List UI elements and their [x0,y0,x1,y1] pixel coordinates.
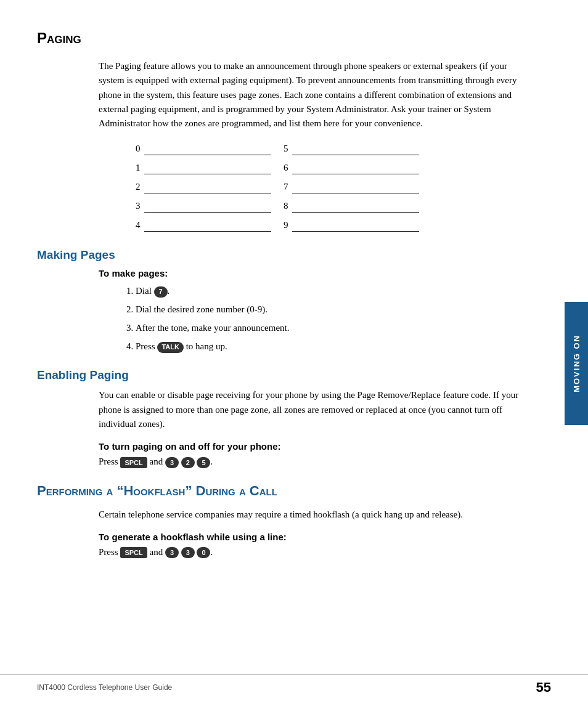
key-spcl-2: SPCL [120,547,147,558]
hookflash-section: Performing a “Hookflash” During a Call C… [37,483,551,559]
zone-row-2: 2 [136,179,271,195]
zone-line-5 [292,155,420,155]
zone-row-5: 5 [284,140,419,157]
zone-num-5: 5 [284,140,288,157]
performing-heading-text: Performing a “Hookflash” During a Call [37,483,277,498]
step-4: Press TALK to hang up. [136,339,520,354]
hookflash-label: To generate a hookflash while using a li… [99,532,551,542]
zone-num-4: 4 [136,217,141,233]
zone-line-7 [292,193,420,193]
enabling-paging-section: Enabling Paging You can enable or disabl… [37,368,551,468]
zone-row-1: 1 [136,160,271,176]
key-5a: 5 [197,457,210,468]
making-pages-heading: Making Pages [37,248,551,262]
footer-page-num: 55 [536,680,551,696]
zone-num-7: 7 [284,179,288,195]
step-3: After the tone, make your announcement. [136,320,520,335]
zone-row-3: 3 [136,198,271,214]
sidebar-tab-label: MOVING ON [572,335,581,392]
zone-num-2: 2 [136,179,141,195]
steps-list: Dial 7. Dial the desired zone number (0-… [123,283,520,354]
zone-row-8: 8 [284,198,419,214]
sidebar-tab: MOVING ON [565,302,588,425]
page-title: Paging [37,30,551,47]
key-2a: 2 [181,457,195,468]
to-make-pages-label: To make pages: [99,268,551,278]
page-title-text: Paging [37,30,81,46]
key-3c: 3 [181,547,195,558]
hookflash-press-line: Press SPCL and 3 3 0. [99,547,551,559]
zone-table: 0 5 1 6 2 7 3 8 [136,140,551,233]
zone-num-3: 3 [136,198,141,214]
step-1: Dial 7. [136,283,520,298]
zone-row-9: 9 [284,217,419,233]
zone-line-0 [144,155,272,155]
zone-num-1: 1 [136,160,141,176]
making-pages-section: Making Pages To make pages: Dial 7. Dial… [37,248,551,354]
zone-line-9 [292,231,420,232]
performing-intro: Certain telephone service companies may … [99,508,520,522]
zone-line-4 [144,231,272,232]
key-7: 7 [154,286,168,298]
zone-line-8 [292,212,420,213]
page-container: MOVING ON Paging The Paging feature allo… [0,0,588,714]
key-3a: 3 [165,457,179,468]
footer: INT4000 Cordless Telephone User Guide 55 [0,674,588,696]
zone-num-8: 8 [284,198,288,214]
zone-line-1 [144,174,272,174]
zone-row-4: 4 [136,217,271,233]
footer-left: INT4000 Cordless Telephone User Guide [37,683,172,692]
paging-intro: The Paging feature allows you to make an… [99,59,520,131]
key-talk: TALK [157,342,184,353]
key-spcl-1: SPCL [120,457,147,468]
zone-num-6: 6 [284,160,288,176]
key-0a: 0 [197,547,210,558]
zone-line-3 [144,212,272,213]
zone-row-6: 6 [284,160,419,176]
zone-line-2 [144,193,272,193]
zone-num-0: 0 [136,140,141,157]
turn-paging-press-line: Press SPCL and 3 2 5. [99,456,551,468]
performing-heading: Performing a “Hookflash” During a Call [37,483,551,499]
zone-num-9: 9 [284,217,288,233]
turn-paging-label: To turn paging on and off for your phone… [99,441,551,452]
enabling-paging-heading: Enabling Paging [37,368,551,382]
key-3b: 3 [165,547,179,558]
enabling-intro: You can enable or disable page receiving… [99,388,520,431]
step-2: Dial the desired zone number (0-9). [136,302,520,317]
zone-line-6 [292,174,420,174]
zone-row-0: 0 [136,140,271,157]
zone-row-7: 7 [284,179,419,195]
